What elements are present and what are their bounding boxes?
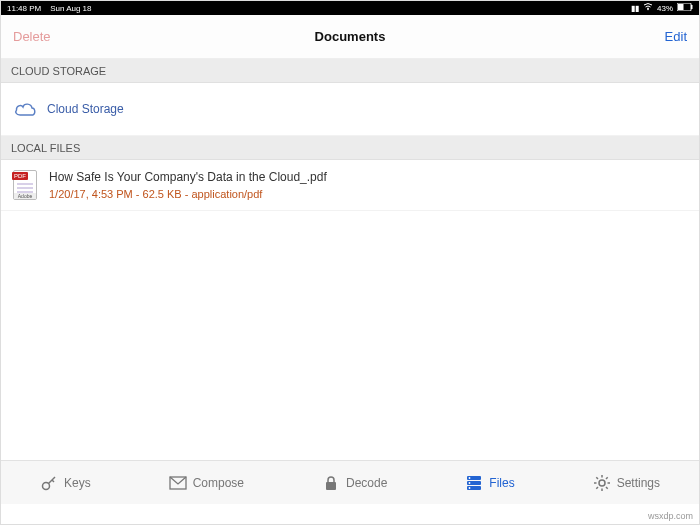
files-icon	[465, 474, 483, 492]
battery-pct: 43%	[657, 4, 673, 13]
gear-icon	[593, 474, 611, 492]
wifi-icon	[643, 3, 653, 13]
cloud-storage-label: Cloud Storage	[47, 102, 124, 116]
svg-point-0	[647, 9, 649, 11]
lock-icon	[322, 474, 340, 492]
svg-line-23	[606, 477, 608, 479]
delete-button[interactable]: Delete	[13, 29, 51, 44]
key-icon	[40, 474, 58, 492]
tab-keys[interactable]: Keys	[40, 474, 91, 492]
file-name: How Safe Is Your Company's Data in the C…	[49, 170, 327, 186]
tab-files[interactable]: Files	[465, 474, 514, 492]
svg-rect-8	[326, 482, 336, 490]
svg-point-13	[469, 482, 471, 484]
svg-point-15	[599, 480, 605, 486]
tab-decode-label: Decode	[346, 476, 387, 490]
tab-keys-label: Keys	[64, 476, 91, 490]
tab-files-label: Files	[489, 476, 514, 490]
envelope-icon	[169, 474, 187, 492]
svg-point-12	[469, 477, 471, 479]
svg-line-6	[52, 480, 54, 482]
tabbar: Keys Compose Decode Files Setti	[1, 460, 699, 504]
section-header-cloud: CLOUD STORAGE	[1, 59, 699, 83]
pdf-badge: PDF	[12, 172, 28, 180]
signal-icon: ▮▮	[631, 4, 639, 13]
status-date: Sun Aug 18	[50, 4, 91, 13]
pdf-file-icon: PDF Adobe	[13, 170, 37, 200]
content-area: CLOUD STORAGE Cloud Storage LOCAL FILES …	[1, 59, 699, 480]
tab-compose-label: Compose	[193, 476, 244, 490]
svg-line-20	[596, 477, 598, 479]
section-header-local: LOCAL FILES	[1, 136, 699, 160]
svg-line-22	[596, 487, 598, 489]
cloud-icon	[13, 97, 37, 121]
tab-decode[interactable]: Decode	[322, 474, 387, 492]
status-bar: 11:48 PM Sun Aug 18 ▮▮ 43%	[1, 1, 699, 15]
watermark: wsxdp.com	[648, 511, 693, 521]
tab-settings-label: Settings	[617, 476, 660, 490]
cloud-storage-row[interactable]: Cloud Storage	[1, 83, 699, 136]
status-time: 11:48 PM	[7, 4, 41, 13]
svg-rect-2	[678, 4, 684, 10]
svg-point-14	[469, 487, 471, 489]
file-row[interactable]: PDF Adobe How Safe Is Your Company's Dat…	[1, 160, 699, 211]
svg-line-5	[48, 477, 55, 484]
tab-settings[interactable]: Settings	[593, 474, 660, 492]
file-meta: 1/20/17, 4:53 PM - 62.5 KB - application…	[49, 188, 327, 200]
battery-icon	[677, 3, 693, 13]
navbar: Delete Documents Edit	[1, 15, 699, 59]
svg-point-4	[42, 482, 49, 489]
edit-button[interactable]: Edit	[665, 29, 687, 44]
page-title: Documents	[1, 29, 699, 44]
svg-rect-3	[691, 5, 693, 9]
svg-line-21	[606, 487, 608, 489]
tab-compose[interactable]: Compose	[169, 474, 244, 492]
